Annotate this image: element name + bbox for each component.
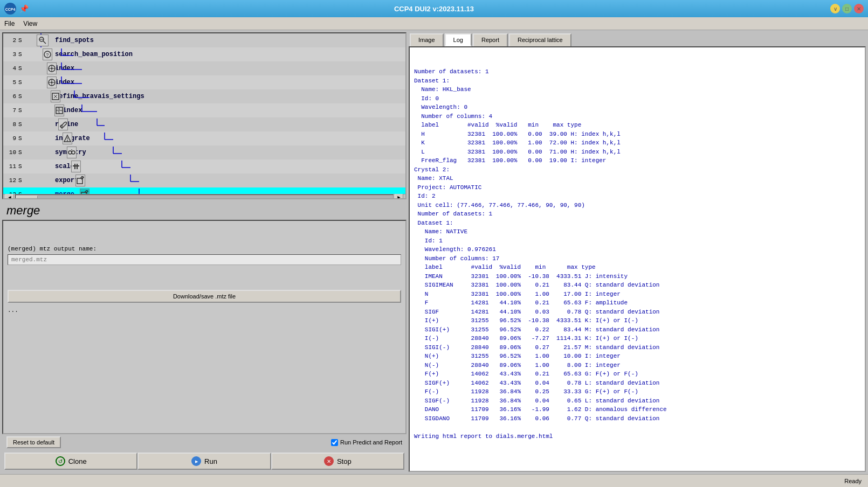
output-input[interactable] <box>8 254 401 265</box>
titlebar: CCP4 📌 CCP4 DUI2 v:2023.11.13 ∨ □ ✕ <box>0 0 868 17</box>
tab-reciprocal-lattice[interactable]: Reciprocal lattice <box>509 33 571 46</box>
workflow-row-4[interactable]: 4 S <box>3 61 405 75</box>
menu-file[interactable]: File <box>4 20 15 27</box>
tab-log[interactable]: Log <box>445 33 472 46</box>
workflow-row-10[interactable]: 10 S <box>3 145 405 159</box>
titlebar-controls: ∨ □ ✕ <box>830 4 864 13</box>
svg-rect-50 <box>77 164 78 169</box>
menubar: File View <box>0 17 868 30</box>
close-button[interactable]: ✕ <box>854 4 864 13</box>
titlebar-left: CCP4 📌 <box>4 3 29 15</box>
workflow-row-11[interactable]: 11 S <box>3 159 405 173</box>
download-btn[interactable]: Download/save .mtz file <box>8 290 401 303</box>
svg-rect-48 <box>73 165 79 166</box>
log-content: Number of datasets: 1 Dataset 1: Name: H… <box>409 46 866 472</box>
workflow-row-3[interactable]: 3 S ? <box>3 47 405 61</box>
workflow-scrollbar[interactable]: ◀ ▶ <box>3 194 405 199</box>
menu-view[interactable]: View <box>23 20 37 27</box>
workflow-row-2[interactable]: 2 S <box>3 33 405 47</box>
run-predict-label[interactable]: Run Predict and Report <box>331 439 402 446</box>
svg-rect-49 <box>74 164 75 169</box>
right-panel: Image Log Report Reciprocal lattice Numb… <box>409 32 866 472</box>
tabs-bar: Image Log Report Reciprocal lattice <box>409 32 866 46</box>
ellipsis-text: ... <box>8 307 401 314</box>
run-predict-checkbox[interactable] <box>331 439 338 446</box>
left-panel: 2 S <box>2 32 407 472</box>
statusbar: Ready <box>0 474 868 487</box>
svg-point-40 <box>67 140 68 141</box>
run-button[interactable]: ▶ Run <box>137 453 271 470</box>
workflow-row-9[interactable]: 9 S <box>3 131 405 145</box>
svg-point-21 <box>51 82 53 84</box>
maximize-button[interactable]: □ <box>842 4 852 13</box>
tab-image[interactable]: Image <box>410 33 444 46</box>
output-label: (merged) mtz output name: <box>8 246 401 265</box>
workflow-row-8[interactable]: 8 S <box>3 117 405 131</box>
workflow-row-6[interactable]: 6 S <box>3 89 405 103</box>
scroll-left-btn[interactable]: ◀ <box>5 193 14 200</box>
workflow-rows: 2 S <box>3 33 405 194</box>
window-title: CCP4 DUI2 v:2023.11.13 <box>394 5 474 13</box>
app-logo: CCP4 <box>4 3 16 15</box>
module-title: merge <box>2 199 407 220</box>
stop-button[interactable]: ✕ Stop <box>271 453 404 470</box>
scroll-right-btn[interactable]: ▶ <box>395 193 403 200</box>
minimize-button[interactable]: ∨ <box>830 4 840 13</box>
svg-line-4 <box>43 41 46 44</box>
workflow-row-13[interactable]: 13 S <box>3 187 405 194</box>
run-icon: ▶ <box>191 456 201 466</box>
workflow-row-5[interactable]: 5 S <box>3 75 405 89</box>
workflow-row-12[interactable]: 12 S <box>3 173 405 187</box>
scroll-thumb[interactable] <box>16 196 38 200</box>
scroll-track[interactable] <box>15 194 394 200</box>
clone-button[interactable]: ↺ Clone <box>4 453 137 470</box>
main-container: 2 S <box>0 30 868 474</box>
workflow-list: 2 S <box>2 32 407 199</box>
pin-icon: 📌 <box>19 4 29 13</box>
svg-point-44 <box>72 151 75 154</box>
action-buttons: ↺ Clone ▶ Run ✕ Stop <box>2 450 407 472</box>
svg-text:S: S <box>58 110 60 115</box>
status-text: Ready <box>844 478 862 484</box>
svg-text:CCP4: CCP4 <box>5 8 16 11</box>
workflow-row-7[interactable]: 7 S N <box>3 103 405 117</box>
clone-icon: ↺ <box>56 456 65 466</box>
svg-text:?: ? <box>46 53 49 58</box>
stop-icon: ✕ <box>324 456 334 466</box>
reset-button[interactable]: Reset to default <box>6 436 61 448</box>
svg-point-43 <box>68 151 72 154</box>
svg-point-15 <box>51 68 53 69</box>
log-text: Number of datasets: 1 Dataset 1: Name: H… <box>414 67 860 441</box>
reset-row: Reset to default Run Predict and Report <box>2 434 407 450</box>
module-params: (merged) mtz output name: Download/save … <box>2 220 407 434</box>
tab-report[interactable]: Report <box>473 33 508 46</box>
